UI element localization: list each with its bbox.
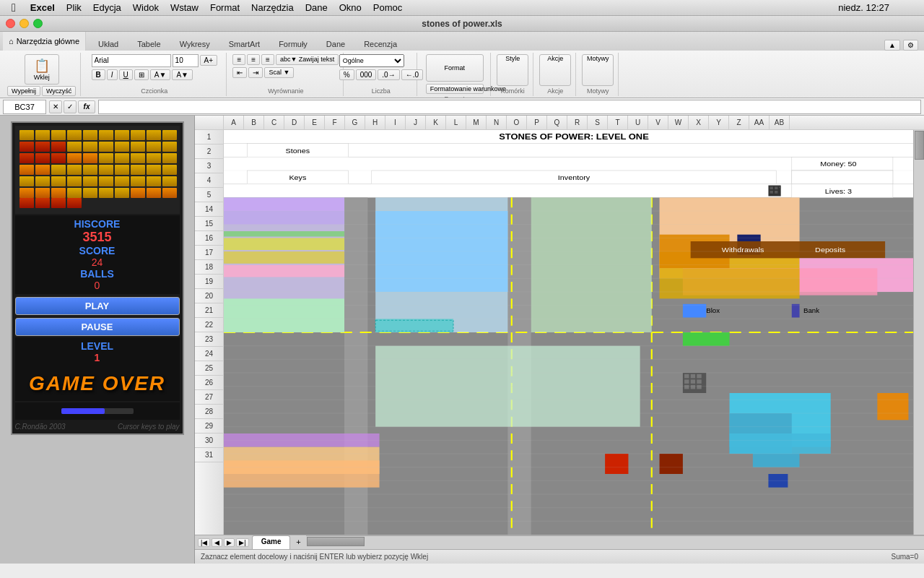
menu-widok[interactable]: Widok: [133, 2, 159, 13]
merge-btn[interactable]: Scal ▼: [264, 67, 294, 78]
col-header-k[interactable]: K: [426, 116, 446, 129]
menu-excel[interactable]: Excel: [30, 2, 55, 13]
col-header-v[interactable]: V: [648, 116, 668, 129]
col-header-y[interactable]: Y: [709, 116, 729, 129]
fill-color-btn[interactable]: A▼: [150, 69, 171, 80]
font-color-btn[interactable]: A▼: [172, 69, 193, 80]
wklej-button[interactable]: 📋 Wklej: [25, 54, 59, 85]
row-5[interactable]: 5: [195, 188, 223, 202]
menu-dane[interactable]: Dane: [305, 2, 328, 13]
col-header-c[interactable]: C: [264, 116, 284, 129]
number-format-select[interactable]: Ogólne: [339, 54, 404, 67]
row-15[interactable]: 15: [195, 217, 223, 231]
row-23[interactable]: 23: [195, 332, 223, 347]
col-header-m[interactable]: M: [466, 116, 487, 129]
add-sheet-btn[interactable]: +: [293, 537, 303, 547]
formula-input[interactable]: [98, 100, 921, 114]
menu-pomoc[interactable]: Pomoc: [373, 2, 402, 13]
row-26[interactable]: 26: [195, 376, 223, 390]
col-header-n[interactable]: N: [487, 116, 507, 129]
col-header-g[interactable]: G: [345, 116, 365, 129]
menu-plik[interactable]: Plik: [66, 2, 82, 13]
wykresy-tab[interactable]: Wykresy: [170, 37, 219, 51]
vertical-scrollbar[interactable]: [913, 130, 924, 535]
col-header-aa[interactable]: AA: [749, 116, 770, 129]
row-31[interactable]: 31: [195, 448, 223, 462]
col-header-b[interactable]: B: [244, 116, 264, 129]
cancel-formula-btn[interactable]: ✕: [49, 100, 62, 113]
row-4[interactable]: 4: [195, 173, 223, 188]
col-header-l[interactable]: L: [446, 116, 466, 129]
align-right-btn[interactable]: ≡: [261, 54, 274, 65]
pause-button[interactable]: PAUSE: [15, 318, 180, 336]
row-16[interactable]: 16: [195, 231, 223, 246]
fx-btn[interactable]: fx: [78, 100, 95, 113]
confirm-formula-btn[interactable]: ✓: [64, 100, 77, 113]
row-3[interactable]: 3: [195, 159, 223, 173]
decimal-inc-btn[interactable]: .0→: [378, 69, 399, 80]
next-sheet-btn[interactable]: ▶: [224, 538, 235, 547]
dane-tab[interactable]: Dane: [317, 37, 354, 51]
row-19[interactable]: 19: [195, 275, 223, 289]
recenzja-tab[interactable]: Recenzja: [354, 37, 406, 51]
wrap-text-btn[interactable]: abc▼ Zawijaj tekst: [276, 54, 339, 65]
indent-more-btn[interactable]: ⇥: [248, 67, 263, 78]
style-btn[interactable]: Style: [497, 54, 528, 86]
col-header-f[interactable]: F: [325, 116, 345, 129]
underline-btn[interactable]: U: [119, 69, 133, 80]
increase-font-btn[interactable]: A+: [200, 55, 218, 66]
col-header-p[interactable]: P: [527, 116, 547, 129]
menu-edycja[interactable]: Edycja: [93, 2, 121, 13]
col-header-d[interactable]: D: [284, 116, 305, 129]
thousands-btn[interactable]: 000: [356, 69, 377, 80]
col-header-i[interactable]: I: [385, 116, 406, 129]
col-header-z[interactable]: Z: [729, 116, 749, 129]
col-header-w[interactable]: W: [668, 116, 689, 129]
ribbon-collapse-btn[interactable]: ▲: [884, 40, 900, 51]
row-27[interactable]: 27: [195, 390, 223, 405]
align-center-btn[interactable]: ≡: [247, 54, 260, 65]
col-header-s[interactable]: S: [588, 116, 608, 129]
maximize-button[interactable]: [33, 19, 43, 28]
format-cond-btn[interactable]: Formatowanie warunkowe: [426, 84, 484, 94]
row-20[interactable]: 20: [195, 289, 223, 303]
close-button[interactable]: [6, 19, 15, 28]
smartart-tab[interactable]: SmartArt: [219, 37, 269, 51]
row-17[interactable]: 17: [195, 246, 223, 260]
cell-reference-input[interactable]: [3, 100, 46, 114]
menu-okno[interactable]: Okno: [339, 2, 362, 13]
align-left-btn[interactable]: ≡: [232, 54, 245, 65]
col-header-u[interactable]: U: [628, 116, 648, 129]
sheet-tab-game[interactable]: Game: [252, 535, 291, 549]
font-name-input[interactable]: [92, 54, 171, 67]
horizontal-scrollbar[interactable]: [306, 535, 924, 546]
percent-btn[interactable]: %: [339, 69, 354, 80]
motywy-btn[interactable]: Motywy: [582, 54, 614, 86]
col-header-j[interactable]: J: [406, 116, 426, 129]
play-button[interactable]: PLAY: [15, 297, 180, 315]
italic-btn[interactable]: I: [107, 69, 118, 80]
col-header-q[interactable]: Q: [547, 116, 567, 129]
cells-area[interactable]: STONES OF POWER: LEVEL ONE Stones Money:…: [224, 130, 924, 535]
bold-btn[interactable]: B: [92, 69, 105, 80]
col-header-a[interactable]: A: [224, 116, 244, 129]
col-header-x[interactable]: X: [689, 116, 709, 129]
row-30[interactable]: 30: [195, 434, 223, 448]
apple-menu[interactable]: : [12, 1, 16, 14]
tabele-tab[interactable]: Tabele: [128, 37, 170, 51]
format-big-btn[interactable]: Format: [426, 54, 484, 82]
menu-format[interactable]: Format: [210, 2, 240, 13]
narzedzia-glowne-tab[interactable]: Narzędzia główne: [17, 37, 79, 46]
ribbon-options-btn[interactable]: ⚙: [903, 40, 918, 51]
scrollbar-thumb-v[interactable]: [915, 131, 924, 160]
row-18[interactable]: 18: [195, 260, 223, 275]
uklad-tab[interactable]: Układ: [89, 37, 128, 51]
row-28[interactable]: 28: [195, 405, 223, 419]
col-header-r[interactable]: R: [567, 116, 588, 129]
col-header-e[interactable]: E: [305, 116, 325, 129]
menu-wstaw[interactable]: Wstaw: [170, 2, 199, 13]
row-25[interactable]: 25: [195, 361, 223, 376]
col-header-o[interactable]: O: [507, 116, 527, 129]
wypelnij-button[interactable]: Wypełnij: [7, 86, 40, 96]
col-header-ab[interactable]: AB: [770, 116, 790, 129]
